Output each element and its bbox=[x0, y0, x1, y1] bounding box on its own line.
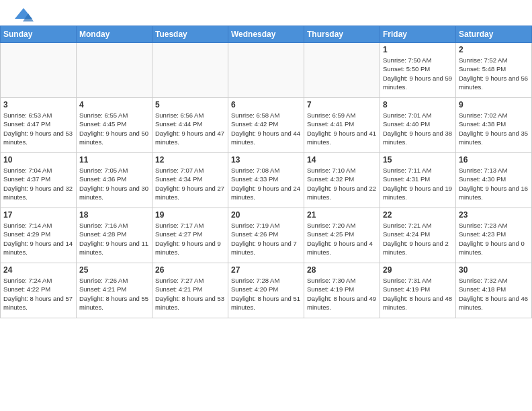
day-number: 19 bbox=[155, 210, 225, 220]
calendar-cell: 29Sunrise: 7:31 AM Sunset: 4:19 PM Dayli… bbox=[380, 263, 456, 318]
day-info: Sunrise: 7:27 AM Sunset: 4:21 PM Dayligh… bbox=[155, 276, 225, 312]
calendar-header-friday: Friday bbox=[380, 26, 456, 43]
calendar-cell: 10Sunrise: 7:04 AM Sunset: 4:37 PM Dayli… bbox=[1, 153, 77, 208]
calendar-cell bbox=[1, 43, 77, 98]
day-info: Sunrise: 7:21 AM Sunset: 4:24 PM Dayligh… bbox=[383, 221, 453, 257]
calendar-cell: 25Sunrise: 7:26 AM Sunset: 4:21 PM Dayli… bbox=[77, 263, 152, 318]
day-number: 8 bbox=[383, 100, 453, 109]
day-info: Sunrise: 6:55 AM Sunset: 4:45 PM Dayligh… bbox=[79, 111, 149, 146]
day-number: 13 bbox=[231, 155, 301, 165]
day-number: 16 bbox=[459, 155, 529, 165]
day-info: Sunrise: 7:52 AM Sunset: 5:48 PM Dayligh… bbox=[459, 56, 529, 91]
calendar-table: SundayMondayTuesdayWednesdayThursdayFrid… bbox=[0, 26, 532, 318]
calendar-cell: 30Sunrise: 7:32 AM Sunset: 4:18 PM Dayli… bbox=[456, 263, 532, 318]
day-number: 3 bbox=[3, 100, 73, 109]
day-number: 23 bbox=[459, 210, 529, 220]
week-row-3: 17Sunrise: 7:14 AM Sunset: 4:29 PM Dayli… bbox=[1, 208, 532, 263]
calendar-cell: 15Sunrise: 7:11 AM Sunset: 4:31 PM Dayli… bbox=[380, 153, 456, 208]
day-info: Sunrise: 7:13 AM Sunset: 4:30 PM Dayligh… bbox=[459, 166, 529, 201]
day-info: Sunrise: 7:26 AM Sunset: 4:21 PM Dayligh… bbox=[79, 276, 149, 312]
day-info: Sunrise: 7:32 AM Sunset: 4:18 PM Dayligh… bbox=[459, 276, 529, 312]
week-row-4: 24Sunrise: 7:24 AM Sunset: 4:22 PM Dayli… bbox=[1, 263, 532, 318]
day-number: 7 bbox=[307, 100, 377, 109]
calendar-cell: 26Sunrise: 7:27 AM Sunset: 4:21 PM Dayli… bbox=[152, 263, 228, 318]
week-row-0: 1Sunrise: 7:50 AM Sunset: 5:50 PM Daylig… bbox=[1, 43, 532, 98]
day-info: Sunrise: 7:05 AM Sunset: 4:36 PM Dayligh… bbox=[79, 166, 149, 201]
calendar-cell bbox=[304, 43, 380, 98]
day-info: Sunrise: 7:31 AM Sunset: 4:19 PM Dayligh… bbox=[383, 276, 453, 312]
calendar-cell: 27Sunrise: 7:28 AM Sunset: 4:20 PM Dayli… bbox=[228, 263, 304, 318]
day-number: 11 bbox=[79, 155, 149, 165]
calendar-cell: 7Sunrise: 6:59 AM Sunset: 4:41 PM Daylig… bbox=[304, 98, 380, 153]
calendar-cell: 16Sunrise: 7:13 AM Sunset: 4:30 PM Dayli… bbox=[456, 153, 532, 208]
calendar-cell: 5Sunrise: 6:56 AM Sunset: 4:44 PM Daylig… bbox=[152, 98, 228, 153]
day-number: 22 bbox=[383, 210, 453, 220]
day-number: 17 bbox=[3, 210, 73, 220]
day-number: 9 bbox=[459, 100, 529, 109]
calendar-header-monday: Monday bbox=[77, 26, 152, 43]
day-info: Sunrise: 7:11 AM Sunset: 4:31 PM Dayligh… bbox=[383, 166, 453, 201]
calendar-cell: 20Sunrise: 7:19 AM Sunset: 4:26 PM Dayli… bbox=[228, 208, 304, 263]
calendar-cell: 18Sunrise: 7:16 AM Sunset: 4:28 PM Dayli… bbox=[77, 208, 152, 263]
day-number: 21 bbox=[307, 210, 377, 220]
calendar-cell: 12Sunrise: 7:07 AM Sunset: 4:34 PM Dayli… bbox=[152, 153, 228, 208]
day-number: 20 bbox=[231, 210, 301, 220]
day-number: 18 bbox=[79, 210, 149, 220]
logo-icon bbox=[13, 7, 34, 23]
day-number: 6 bbox=[231, 100, 301, 109]
day-info: Sunrise: 7:08 AM Sunset: 4:33 PM Dayligh… bbox=[231, 166, 301, 201]
calendar-header-thursday: Thursday bbox=[304, 26, 380, 43]
day-number: 30 bbox=[459, 265, 529, 275]
day-info: Sunrise: 7:20 AM Sunset: 4:25 PM Dayligh… bbox=[307, 221, 377, 257]
day-number: 28 bbox=[307, 265, 377, 275]
day-number: 26 bbox=[155, 265, 225, 275]
day-info: Sunrise: 7:24 AM Sunset: 4:22 PM Dayligh… bbox=[3, 276, 73, 312]
calendar-cell bbox=[228, 43, 304, 98]
day-info: Sunrise: 6:58 AM Sunset: 4:42 PM Dayligh… bbox=[231, 111, 301, 146]
day-number: 5 bbox=[155, 100, 225, 109]
calendar-cell: 13Sunrise: 7:08 AM Sunset: 4:33 PM Dayli… bbox=[228, 153, 304, 208]
day-info: Sunrise: 7:50 AM Sunset: 5:50 PM Dayligh… bbox=[383, 56, 453, 91]
calendar-cell: 23Sunrise: 7:23 AM Sunset: 4:23 PM Dayli… bbox=[456, 208, 532, 263]
day-info: Sunrise: 6:56 AM Sunset: 4:44 PM Dayligh… bbox=[155, 111, 225, 146]
calendar-cell bbox=[77, 43, 152, 98]
day-info: Sunrise: 7:23 AM Sunset: 4:23 PM Dayligh… bbox=[459, 221, 529, 257]
calendar-header-sunday: Sunday bbox=[1, 26, 77, 43]
day-info: Sunrise: 7:16 AM Sunset: 4:28 PM Dayligh… bbox=[79, 221, 149, 257]
calendar-cell: 6Sunrise: 6:58 AM Sunset: 4:42 PM Daylig… bbox=[228, 98, 304, 153]
day-number: 12 bbox=[155, 155, 225, 165]
calendar-header-tuesday: Tuesday bbox=[152, 26, 228, 43]
calendar-cell: 9Sunrise: 7:02 AM Sunset: 4:38 PM Daylig… bbox=[456, 98, 532, 153]
day-info: Sunrise: 7:04 AM Sunset: 4:37 PM Dayligh… bbox=[3, 166, 73, 201]
calendar-header-wednesday: Wednesday bbox=[228, 26, 304, 43]
day-number: 14 bbox=[307, 155, 377, 165]
logo bbox=[13, 7, 36, 23]
day-number: 2 bbox=[459, 45, 529, 54]
calendar-cell: 21Sunrise: 7:20 AM Sunset: 4:25 PM Dayli… bbox=[304, 208, 380, 263]
day-number: 15 bbox=[383, 155, 453, 165]
day-info: Sunrise: 7:17 AM Sunset: 4:27 PM Dayligh… bbox=[155, 221, 225, 257]
day-number: 25 bbox=[79, 265, 149, 275]
calendar-cell: 19Sunrise: 7:17 AM Sunset: 4:27 PM Dayli… bbox=[152, 208, 228, 263]
calendar-header-row: SundayMondayTuesdayWednesdayThursdayFrid… bbox=[1, 26, 532, 43]
day-info: Sunrise: 7:28 AM Sunset: 4:20 PM Dayligh… bbox=[231, 276, 301, 312]
day-number: 27 bbox=[231, 265, 301, 275]
day-info: Sunrise: 7:07 AM Sunset: 4:34 PM Dayligh… bbox=[155, 166, 225, 201]
day-number: 10 bbox=[3, 155, 73, 165]
calendar-cell: 1Sunrise: 7:50 AM Sunset: 5:50 PM Daylig… bbox=[380, 43, 456, 98]
day-info: Sunrise: 7:01 AM Sunset: 4:40 PM Dayligh… bbox=[383, 111, 453, 146]
week-row-1: 3Sunrise: 6:53 AM Sunset: 4:47 PM Daylig… bbox=[1, 98, 532, 153]
calendar-cell: 22Sunrise: 7:21 AM Sunset: 4:24 PM Dayli… bbox=[380, 208, 456, 263]
calendar-cell: 11Sunrise: 7:05 AM Sunset: 4:36 PM Dayli… bbox=[77, 153, 152, 208]
calendar-cell: 8Sunrise: 7:01 AM Sunset: 4:40 PM Daylig… bbox=[380, 98, 456, 153]
day-number: 24 bbox=[3, 265, 73, 275]
week-row-2: 10Sunrise: 7:04 AM Sunset: 4:37 PM Dayli… bbox=[1, 153, 532, 208]
calendar-cell: 14Sunrise: 7:10 AM Sunset: 4:32 PM Dayli… bbox=[304, 153, 380, 208]
calendar-cell: 28Sunrise: 7:30 AM Sunset: 4:19 PM Dayli… bbox=[304, 263, 380, 318]
calendar-cell: 4Sunrise: 6:55 AM Sunset: 4:45 PM Daylig… bbox=[77, 98, 152, 153]
calendar-header-saturday: Saturday bbox=[456, 26, 532, 43]
day-info: Sunrise: 7:30 AM Sunset: 4:19 PM Dayligh… bbox=[307, 276, 377, 312]
day-number: 1 bbox=[383, 45, 453, 54]
calendar-cell: 2Sunrise: 7:52 AM Sunset: 5:48 PM Daylig… bbox=[456, 43, 532, 98]
day-info: Sunrise: 7:14 AM Sunset: 4:29 PM Dayligh… bbox=[3, 221, 73, 257]
